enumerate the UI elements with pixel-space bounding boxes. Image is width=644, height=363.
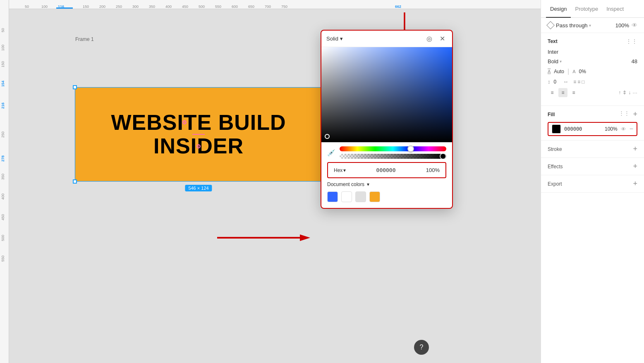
fill-item: 000000 100% 👁 − <box>548 122 637 136</box>
ruler-mark: 150 <box>83 5 89 9</box>
design-frame: WEBSITE BUILD INSIDER 546 × 124 <box>74 87 323 182</box>
text-section-menu[interactable]: ⋮⋮ <box>626 38 637 45</box>
swatch-orange[interactable] <box>369 191 380 202</box>
hex-value-input[interactable] <box>350 167 421 173</box>
hue-slider[interactable] <box>340 146 446 151</box>
fill-hex-value: 000000 <box>564 126 601 132</box>
fill-opacity: 100% <box>605 126 618 132</box>
ruler-mark: 200 <box>99 5 105 9</box>
tab-inspect[interactable]: Inspect <box>602 0 628 18</box>
swatch-blue[interactable] <box>327 191 338 202</box>
export-section: Export + <box>541 175 644 193</box>
document-colors-section: Document colors ▾ <box>321 182 452 208</box>
color-swatches <box>327 191 446 202</box>
stroke-title: Stroke <box>548 146 562 152</box>
size-badge: 546 × 124 <box>185 185 212 191</box>
fill-section: Fill ⋮⋮ + 000000 100% 👁 − <box>541 106 644 141</box>
tab-design[interactable]: Design <box>546 0 571 18</box>
text-line-2: INSIDER <box>153 134 244 158</box>
line-height-value: 0 <box>554 79 557 85</box>
alpha-thumb[interactable] <box>440 154 446 159</box>
ruler-mark: 50 <box>25 5 29 9</box>
color-target-icon[interactable]: ◎ <box>424 34 434 43</box>
text-align-left[interactable]: ≡ <box>548 88 557 97</box>
ruler-mark: 400 <box>165 5 172 9</box>
svg-marker-3 <box>300 234 310 241</box>
ruler-mark: 350 <box>149 5 155 9</box>
ruler-mark: 300 <box>132 5 139 9</box>
align-center-icon[interactable]: ≡ <box>577 79 580 85</box>
export-title: Export <box>548 181 562 187</box>
opacity-value: 100% <box>615 22 629 29</box>
alpha-slider[interactable] <box>340 154 446 159</box>
stroke-section: Stroke + <box>541 141 644 158</box>
frame-label: Frame 1 <box>75 36 94 42</box>
doc-colors-header[interactable]: Document colors ▾ <box>327 182 446 187</box>
letter-spacing-value: 0% <box>579 69 586 74</box>
export-add-button[interactable]: + <box>633 179 637 188</box>
valign-top-icon[interactable]: ↑ <box>618 90 621 96</box>
valign-bot-icon[interactable]: ↓ <box>628 90 631 96</box>
text-align-right[interactable]: ≡ <box>569 88 578 97</box>
align-left-icon[interactable]: ≡ <box>573 79 576 85</box>
swatch-white[interactable] <box>341 191 352 202</box>
color-cursor[interactable] <box>325 134 330 139</box>
ruler-mark: 700 <box>265 5 271 9</box>
picker-header: Solid ▾ ◎ ✕ <box>321 31 452 47</box>
eyedropper-button[interactable]: 💉 <box>327 149 335 157</box>
pass-through-row: Pass through ▾ 100% 👁 <box>541 18 644 33</box>
color-picker-close[interactable]: ✕ <box>438 34 447 43</box>
arrow-right-indicator <box>215 233 314 244</box>
crosshair-dot-1 <box>182 120 187 124</box>
fill-visibility-icon[interactable]: 👁 <box>621 126 626 132</box>
letter-spacing-icon: A <box>572 69 575 74</box>
box-icon[interactable]: □ <box>582 79 584 85</box>
help-button[interactable]: ? <box>414 340 429 355</box>
fill-section-title: Fill <box>548 112 555 117</box>
text-more-menu[interactable]: ··· <box>632 89 637 96</box>
hex-opacity: 100% <box>426 167 440 173</box>
stroke-add-button[interactable]: + <box>633 145 637 153</box>
valign-mid-icon[interactable]: ⇕ <box>622 90 627 96</box>
font-family: Inter <box>548 49 558 55</box>
ruler-mark: 600 <box>232 5 238 9</box>
h-align-left-icon: ↔ <box>563 79 568 85</box>
text-section-title: Text <box>548 38 558 44</box>
tab-prototype[interactable]: Prototype <box>571 0 602 18</box>
fill-remove-button[interactable]: − <box>630 125 633 133</box>
hex-input-row: Hex ▾ 100% <box>327 162 446 178</box>
hue-thumb[interactable] <box>407 146 414 152</box>
ruler-mark-highlight2: 662 <box>395 5 401 9</box>
line-height-icon: ↕ <box>548 79 551 85</box>
ruler-mark: 750 <box>281 5 287 9</box>
fill-color-swatch[interactable] <box>552 124 561 134</box>
ruler-mark: 450 <box>182 5 188 9</box>
ruler-mark: 500 <box>199 5 205 9</box>
effects-section: Effects + <box>541 158 644 175</box>
auto-height-icon: A <box>548 69 551 74</box>
color-gradient-canvas[interactable] <box>321 47 452 142</box>
color-picker-popup: Solid ▾ ◎ ✕ 💉 <box>321 30 453 209</box>
ruler-mark: 250 <box>116 5 122 9</box>
panel-tabs: Design Prototype Inspect <box>541 0 644 18</box>
hex-format-selector[interactable]: Hex ▾ <box>334 167 346 173</box>
effects-add-button[interactable]: + <box>633 162 637 171</box>
visibility-icon[interactable]: 👁 <box>632 22 637 29</box>
pass-through-label[interactable]: Pass through ▾ <box>556 22 613 29</box>
right-panel: Design Prototype Inspect Pass through ▾ … <box>541 0 644 363</box>
ruler-mark: 100 <box>41 5 48 9</box>
text-line-1: WEBSITE BUILD <box>111 111 286 134</box>
canvas-area: 50 100 116 150 200 250 300 350 400 450 5… <box>0 0 541 363</box>
picker-sliders: 💉 <box>321 142 452 159</box>
ruler-highlight <box>56 7 73 9</box>
fill-add-button[interactable]: + <box>633 110 637 119</box>
color-type-selector[interactable]: Solid ▾ <box>326 36 343 42</box>
ruler-mark: 650 <box>248 5 254 9</box>
handle-top-left[interactable] <box>73 85 77 89</box>
font-size: 48 <box>632 58 637 64</box>
fill-grid-icon[interactable]: ⋮⋮ <box>619 110 630 119</box>
text-align-center[interactable]: ≡ <box>558 88 567 97</box>
swatch-gray[interactable] <box>355 191 366 202</box>
handle-bottom-left[interactable] <box>73 179 77 184</box>
font-weight: Bold ▾ <box>548 58 562 64</box>
